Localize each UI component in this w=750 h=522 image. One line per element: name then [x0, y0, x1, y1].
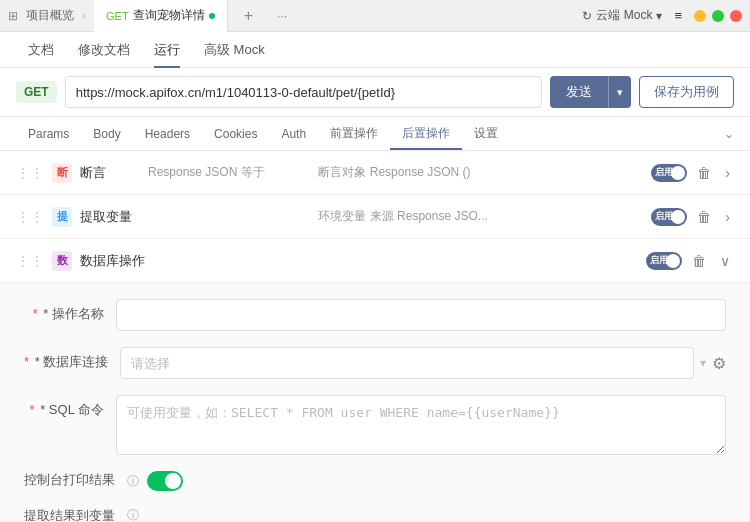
new-tab-button[interactable]: + — [236, 7, 261, 25]
tabs-overflow-button[interactable]: ⌄ — [724, 127, 734, 141]
sub-nav-edit-docs[interactable]: 修改文档 — [66, 32, 142, 68]
console-print-toggle[interactable] — [147, 471, 183, 491]
method-badge: GET — [16, 81, 57, 103]
console-toggle-knob — [165, 473, 181, 489]
title-bar-right: ↻ 云端 Mock ▾ ≡ — [582, 7, 742, 24]
db-icon: 数 — [52, 251, 72, 271]
db-actions: 启用 🗑 ∨ — [646, 251, 734, 271]
extract-icon: 提 — [52, 207, 72, 227]
extract-delete-icon[interactable]: 🗑 — [693, 207, 715, 227]
assert-detail: 断言对象 Response JSON () — [318, 164, 643, 181]
extract-name[interactable]: 提取变量 — [80, 208, 140, 226]
sub-nav-docs[interactable]: 文档 — [16, 32, 66, 68]
cloud-mock-toggle[interactable]: ↻ 云端 Mock ▾ — [582, 7, 662, 24]
db-conn-row: * * 数据库连接 请选择 ▾ ⚙ — [24, 347, 726, 379]
chevron-down-icon: ▾ — [656, 9, 662, 23]
sub-nav: 文档 修改文档 运行 高级 Mock — [0, 32, 750, 68]
breadcrumb-sep: › — [82, 9, 86, 23]
assert-name[interactable]: 断言 — [80, 164, 140, 182]
minimize-button[interactable] — [694, 10, 706, 22]
db-conn-label: * * 数据库连接 — [24, 347, 108, 371]
db-conn-arrow-icon: ▾ — [700, 356, 706, 370]
title-bar-left: ⊞ 项目概览 › GET 查询宠物详情 + ··· — [8, 0, 582, 32]
tab-settings[interactable]: 设置 — [462, 117, 510, 150]
db-conn-settings-icon[interactable]: ⚙ — [712, 354, 726, 373]
extract-info-icon[interactable]: ⓘ — [127, 507, 139, 521]
sql-row: * * SQL 命令 — [24, 395, 726, 455]
project-icon: ⊞ — [8, 9, 18, 23]
required-star: * — [33, 306, 38, 321]
required-star2: * — [24, 354, 29, 369]
send-button-group: 发送 ▾ — [550, 76, 631, 108]
send-dropdown-button[interactable]: ▾ — [608, 76, 631, 108]
operation-name-input[interactable] — [116, 299, 726, 331]
project-label[interactable]: 项目概览 — [26, 7, 74, 24]
send-button[interactable]: 发送 — [550, 76, 608, 108]
extract-result-row: 提取结果到变量 ⓘ — [24, 507, 726, 521]
extract-expand-icon[interactable]: › — [721, 207, 734, 227]
extract-result-label: 提取结果到变量 — [24, 507, 115, 521]
assert-desc: Response JSON 等于 — [148, 164, 310, 181]
tab-modified-dot — [209, 13, 215, 19]
tab-title: 查询宠物详情 — [133, 7, 205, 24]
operation-name-row: * * 操作名称 — [24, 299, 726, 331]
url-bar: GET 发送 ▾ 保存为用例 — [0, 68, 750, 117]
db-name[interactable]: 数据库操作 — [80, 252, 145, 270]
operation-name-label: * * 操作名称 — [24, 299, 104, 323]
tab-params[interactable]: Params — [16, 119, 81, 149]
request-tabs: Params Body Headers Cookies Auth 前置操作 后置… — [0, 117, 750, 151]
window-controls — [694, 10, 742, 22]
assert-toggle-knob — [671, 166, 685, 180]
tab-cookies[interactable]: Cookies — [202, 119, 269, 149]
content-area: ⋮⋮ 断 断言 Response JSON 等于 断言对象 Response J… — [0, 151, 750, 521]
tab-headers[interactable]: Headers — [133, 119, 202, 149]
db-delete-icon[interactable]: 🗑 — [688, 251, 710, 271]
maximize-button[interactable] — [712, 10, 724, 22]
sql-textarea[interactable] — [116, 395, 726, 455]
tab-auth[interactable]: Auth — [269, 119, 318, 149]
sync-icon: ↻ — [582, 9, 592, 23]
db-toggle[interactable]: 启用 — [646, 252, 682, 270]
extract-detail: 环境变量 来源 Response JSO... — [318, 208, 643, 225]
drag-handle-db[interactable]: ⋮⋮ — [16, 253, 44, 269]
console-info-icon[interactable]: ⓘ — [127, 473, 139, 490]
db-expand-icon[interactable]: ∨ — [716, 251, 734, 271]
console-row: 控制台打印结果 ⓘ — [24, 471, 726, 491]
assert-toggle[interactable]: 启用 — [651, 164, 687, 182]
save-as-case-button[interactable]: 保存为用例 — [639, 76, 734, 108]
extract-actions: 启用 🗑 › — [651, 207, 734, 227]
assert-icon: 断 — [52, 163, 72, 183]
console-toggle-row: ⓘ — [127, 471, 183, 491]
extract-var-item: ⋮⋮ 提 提取变量 环境变量 来源 Response JSO... 启用 🗑 › — [0, 195, 750, 239]
tab-method: GET — [106, 10, 129, 22]
sub-nav-run[interactable]: 运行 — [142, 32, 192, 68]
db-expanded-section: * * 操作名称 * * 数据库连接 请选择 ▾ ⚙ * * SQL — [0, 283, 750, 521]
sub-nav-advanced-mock[interactable]: 高级 Mock — [192, 32, 277, 68]
menu-icon[interactable]: ≡ — [674, 8, 682, 23]
assert-delete-icon[interactable]: 🗑 — [693, 163, 715, 183]
close-button[interactable] — [730, 10, 742, 22]
current-tab[interactable]: GET 查询宠物详情 — [94, 0, 228, 32]
more-tabs-button[interactable]: ··· — [269, 9, 295, 23]
tab-body[interactable]: Body — [81, 119, 132, 149]
extract-toggle-knob — [671, 210, 685, 224]
required-star3: * — [29, 402, 34, 417]
tab-pre-process[interactable]: 前置操作 — [318, 117, 390, 150]
console-label: 控制台打印结果 — [24, 471, 115, 489]
extract-toggle[interactable]: 启用 — [651, 208, 687, 226]
assert-item: ⋮⋮ 断 断言 Response JSON 等于 断言对象 Response J… — [0, 151, 750, 195]
db-toggle-knob — [666, 254, 680, 268]
tab-post-process[interactable]: 后置操作 — [390, 117, 462, 150]
assert-expand-icon[interactable]: › — [721, 163, 734, 183]
assert-actions: 启用 🗑 › — [651, 163, 734, 183]
title-bar: ⊞ 项目概览 › GET 查询宠物详情 + ··· ↻ 云端 Mock ▾ ≡ — [0, 0, 750, 32]
cloud-mock-label: 云端 Mock — [596, 7, 652, 24]
drag-handle-assert[interactable]: ⋮⋮ — [16, 165, 44, 181]
sql-label: * * SQL 命令 — [24, 395, 104, 419]
url-input[interactable] — [65, 76, 542, 108]
db-op-item: ⋮⋮ 数 数据库操作 启用 🗑 ∨ — [0, 239, 750, 283]
db-conn-select-wrap: 请选择 ▾ ⚙ — [120, 347, 726, 379]
drag-handle-extract[interactable]: ⋮⋮ — [16, 209, 44, 225]
db-conn-select[interactable]: 请选择 — [120, 347, 694, 379]
